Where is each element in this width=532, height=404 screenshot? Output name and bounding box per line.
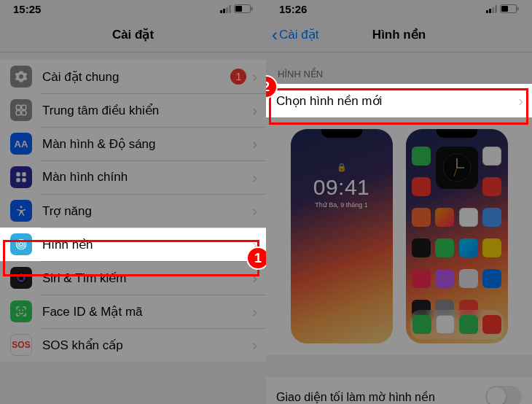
svg-point-17 — [18, 241, 25, 248]
lock-time: 09:41 — [291, 175, 393, 200]
row-label: Hình nền — [42, 237, 252, 252]
chevron-left-icon: ‹ — [272, 26, 278, 44]
wallpaper-icon — [10, 233, 32, 255]
chevron-right-icon: › — [252, 102, 257, 119]
signal-icon — [486, 3, 498, 15]
row-label: Cài đặt chung — [42, 69, 230, 85]
faceid-icon — [10, 300, 32, 322]
accessibility-icon — [10, 200, 32, 222]
row-label: Face ID & Mật mã — [42, 304, 252, 319]
lock-icon: 🔒 — [291, 163, 393, 172]
status-bar: 15:26 — [266, 0, 532, 18]
row-wallpaper[interactable]: Hình nền › — [0, 228, 266, 261]
svg-rect-8 — [22, 105, 26, 109]
home-screen-preview[interactable] — [406, 129, 508, 343]
row-control-center[interactable]: Trung tâm điều khiển › — [0, 93, 266, 127]
chevron-right-icon: › — [252, 303, 257, 320]
svg-point-15 — [20, 206, 23, 208]
page-title: Cài đặt — [112, 27, 154, 42]
svg-rect-7 — [16, 105, 20, 109]
svg-point-22 — [19, 310, 20, 311]
svg-rect-10 — [22, 111, 26, 115]
home-app-grid — [412, 147, 502, 307]
status-time: 15:25 — [13, 3, 41, 15]
status-bar: 15:25 — [0, 0, 266, 18]
svg-rect-29 — [501, 6, 508, 12]
wallpaper-screen-right: 15:26 ‹ Cài đặt Hình nền HÌNH NỀN Chọn h… — [266, 0, 532, 404]
callout-badge-1: 1 — [246, 246, 266, 270]
siri-icon — [10, 267, 32, 289]
section-header: HÌNH NỀN — [266, 53, 532, 84]
row-label: SOS khẩn cấp — [42, 338, 252, 353]
chevron-right-icon: › — [252, 270, 257, 287]
svg-rect-12 — [22, 172, 26, 176]
toggle-label: Giao diện tối làm mờ hình nền — [276, 390, 435, 404]
chevron-right-icon: › — [252, 136, 257, 152]
gear-icon — [10, 66, 32, 88]
svg-rect-27 — [495, 5, 497, 13]
row-siri[interactable]: Siri & Tìm kiếm › — [0, 261, 266, 295]
battery-icon — [234, 3, 253, 15]
nav-bar: Cài đặt — [0, 18, 266, 53]
svg-rect-13 — [16, 178, 20, 182]
lock-date: Thứ Ba, 9 tháng 1 — [291, 201, 393, 209]
row-faceid[interactable]: Face ID & Mật mã › — [0, 295, 266, 328]
notification-badge: 1 — [230, 69, 246, 85]
chevron-right-icon: › — [252, 169, 257, 186]
dock — [410, 310, 504, 339]
svg-rect-0 — [220, 10, 222, 13]
svg-rect-9 — [16, 111, 20, 115]
signal-icon — [220, 3, 232, 15]
svg-rect-26 — [492, 7, 494, 13]
back-button[interactable]: ‹ Cài đặt — [272, 26, 318, 44]
svg-rect-3 — [229, 5, 231, 13]
back-label: Cài đặt — [279, 27, 318, 42]
svg-rect-1 — [223, 9, 225, 13]
sos-icon: SOS — [10, 334, 32, 356]
svg-rect-6 — [251, 7, 253, 10]
row-sos[interactable]: SOS SOS khẩn cấp › — [0, 328, 266, 362]
status-time: 15:26 — [279, 3, 307, 15]
text-size-icon: AA — [10, 133, 32, 155]
row-label: Màn hình chính — [42, 170, 252, 184]
settings-list: Cài đặt chung 1 › Trung tâm điều khiển ›… — [0, 60, 266, 362]
row-dark-dim-wallpaper: Giao diện tối làm mờ hình nền — [266, 377, 532, 404]
row-label: Trung tâm điều khiển — [42, 103, 252, 118]
nav-bar: ‹ Cài đặt Hình nền — [266, 18, 532, 53]
wallpaper-preview-area: 🔒 09:41 Thứ Ba, 9 tháng 1 — [266, 117, 532, 355]
control-center-icon — [10, 99, 32, 121]
svg-rect-11 — [16, 172, 20, 176]
row-home-screen[interactable]: Màn hình chính › — [0, 160, 266, 194]
row-label: Màn hình & Độ sáng — [42, 136, 252, 152]
svg-point-16 — [20, 243, 23, 246]
row-general[interactable]: Cài đặt chung 1 › — [0, 60, 266, 93]
dark-dim-switch[interactable] — [485, 386, 522, 404]
svg-rect-14 — [22, 178, 26, 182]
settings-screen-left: 15:25 Cài đặt Cài đặt chung 1 › Trung tâ… — [0, 0, 266, 404]
row-label: Trợ năng — [42, 203, 252, 219]
row-display[interactable]: AA Màn hình & Độ sáng › — [0, 127, 266, 160]
row-label: Siri & Tìm kiếm — [42, 271, 252, 286]
chevron-right-icon: › — [252, 337, 257, 354]
chevron-right-icon: › — [518, 93, 523, 109]
svg-rect-25 — [489, 9, 491, 13]
chevron-right-icon: › — [252, 69, 257, 85]
row-label: Chọn hình nền mới — [276, 93, 518, 109]
svg-rect-2 — [226, 7, 228, 13]
battery-icon — [500, 3, 519, 15]
row-accessibility[interactable]: Trợ năng › — [0, 194, 266, 228]
notch — [321, 129, 362, 138]
row-choose-new-wallpaper[interactable]: Chọn hình nền mới › — [266, 84, 532, 117]
svg-rect-30 — [517, 7, 519, 10]
svg-point-23 — [23, 310, 23, 311]
chevron-right-icon: › — [252, 203, 257, 220]
svg-rect-5 — [235, 6, 242, 12]
svg-rect-24 — [486, 10, 488, 13]
home-grid-icon — [10, 166, 32, 188]
lock-screen-preview[interactable]: 🔒 09:41 Thứ Ba, 9 tháng 1 — [291, 129, 393, 343]
page-title: Hình nền — [372, 27, 426, 42]
notch — [437, 129, 477, 138]
